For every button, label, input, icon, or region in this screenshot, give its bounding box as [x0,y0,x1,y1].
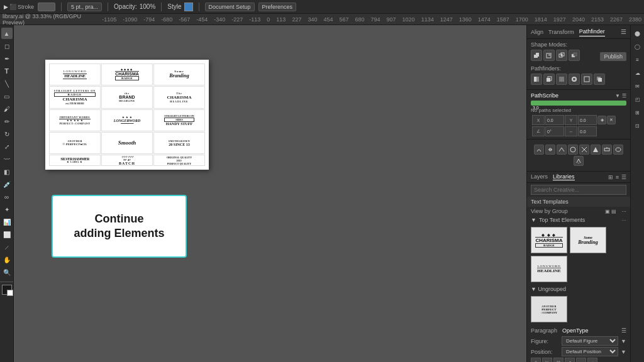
ot-btn-contextual[interactable]: ꩜ [587,358,597,362]
blend-tool[interactable]: ∞ [1,191,13,202]
tab-align[interactable]: Align [531,28,543,36]
stroke-box[interactable] [38,3,55,11]
gradient-tool[interactable]: ◧ [1,166,13,177]
lib-view-option-1[interactable]: ▣ [605,209,610,214]
unite-btn[interactable] [531,50,542,61]
crop-btn[interactable] [569,74,580,85]
ps-btn-2[interactable]: ✕ [607,116,616,124]
far-right-icon-1[interactable]: ⬤ [632,28,643,39]
direct-select-tool[interactable]: ◻ [1,40,13,52]
pathscribe-minimize[interactable]: ▼ [615,93,620,99]
ps-tool-3[interactable] [557,145,567,155]
far-right-icon-6[interactable]: ◰ [632,94,643,105]
slice-tool[interactable]: ⟋ [1,241,13,253]
lib-item-some-branding[interactable]: Some Branding [570,227,606,253]
ps-val-len[interactable]: 0.0 [578,126,597,136]
tab-layers[interactable]: Layers [531,173,548,180]
ps-tool-2[interactable] [545,145,555,155]
lib-view-more[interactable]: ··· [621,208,626,214]
lib-grid-view-btn[interactable]: ⊞ [608,174,613,180]
fill-box[interactable] [2,285,12,295]
artboard-tool[interactable]: ⬜ [1,229,13,240]
opentype-menu-btn[interactable]: ☰ [621,327,626,334]
tab-transform[interactable]: Transform [548,28,574,36]
ot-btn-ord[interactable]: ᵃᵃ [553,358,564,362]
position-dropdown-arrow[interactable]: ▼ [621,349,626,355]
ps-input-x[interactable]: X [532,115,545,125]
ps-tool-9[interactable] [574,156,584,166]
opacity-value[interactable]: 100% [140,3,156,10]
canvas-area[interactable]: LONGWORD HEADLINE ◆◆◆◆ CHARISMA BADGE So… [14,25,526,362]
ps-input-angle[interactable]: ∠ [532,126,545,136]
merge-btn[interactable] [556,74,567,85]
lib-ungrouped-collapse-btn[interactable]: ▼ [531,286,536,292]
ot-btn-frac[interactable]: ½ [542,358,552,362]
app-menu[interactable]: ▶ ⬛ Stroke [4,3,55,11]
lib-item-longword[interactable]: LONGWORD HEADLINE [531,256,567,282]
lib-view-option-2[interactable]: ▤ [611,209,616,214]
intersect-btn[interactable] [556,50,567,61]
figure-select[interactable]: Default Figure [562,336,618,346]
position-select[interactable]: Default Position [562,347,618,356]
zoom-tool[interactable]: 🔍 [1,266,13,278]
publish-btn[interactable]: Publish [600,52,626,61]
line-tool[interactable]: ╲ [1,78,13,89]
ps-tool-7[interactable] [602,145,612,155]
panel-menu-btn[interactable]: ☰ [621,28,626,35]
lib-list-view-btn[interactable]: ≡ [616,174,619,180]
tab-paragraph[interactable]: Paragraph [531,327,557,334]
paintbrush-tool[interactable]: 🖌 [1,103,13,114]
pt-value[interactable]: 5 pt., pra... [67,3,102,11]
ps-tool-8[interactable] [613,145,623,155]
ps-tool-1[interactable] [534,145,544,155]
symbol-tool[interactable]: ✦ [1,204,13,215]
minus-back-btn[interactable] [594,74,605,85]
style-color-box[interactable] [184,3,193,11]
ps-tool-6[interactable] [591,145,601,155]
libraries-search-input[interactable] [531,185,626,195]
graph-tool[interactable]: 📊 [1,216,13,228]
ps-val-x[interactable]: 0.0 [545,115,564,125]
ps-val-y[interactable]: 0.0 [578,115,597,125]
eyedropper-tool[interactable]: 💉 [1,178,13,190]
scale-tool[interactable]: ⤢ [1,141,13,152]
far-right-icon-3[interactable]: ≡ [632,54,643,65]
pathscribe-menu[interactable]: ☰ [622,93,626,99]
ps-tool-5[interactable] [579,145,589,155]
divide-btn[interactable] [531,74,542,85]
tab-opentype[interactable]: OpenType [562,327,589,334]
warp-tool[interactable]: 〰 [1,153,13,165]
far-right-icon-5[interactable]: ✉ [632,80,643,92]
minus-front-btn[interactable] [543,50,555,61]
type-tool[interactable]: T [1,65,13,77]
far-right-icon-2[interactable]: ◯ [632,41,643,52]
rotate-tool[interactable]: ↻ [1,128,13,140]
ps-input-len[interactable]: ↔ [565,126,577,136]
lib-item-charisma-badge[interactable]: ◆ ◆ ◆ CHARISMA BADGE [531,227,567,253]
ot-btn-fi[interactable]: fi [531,358,541,362]
far-right-icon-7[interactable]: ⊞ [632,107,643,118]
preferences-btn[interactable]: Preferences [258,3,297,11]
selection-tool[interactable]: ▲ [1,28,13,39]
lib-group-collapse-btn[interactable]: ▼ [531,217,536,223]
hand-tool[interactable]: ✋ [1,254,13,265]
trim-btn[interactable] [543,74,555,85]
ot-btn-swash[interactable]: A [565,358,575,362]
ot-btn-titling[interactable]: ₐ [576,358,586,362]
pencil-tool[interactable]: ✏ [1,116,13,127]
lib-group-more-btn[interactable]: ··· [621,217,626,223]
shape-tool[interactable]: ▭ [1,90,13,102]
ps-input-y[interactable]: Y [565,115,577,125]
outline-btn[interactable] [581,74,592,85]
pen-tool[interactable]: ✒ [1,53,13,64]
ps-btn-1[interactable]: ◈ [597,116,606,124]
pt-selector[interactable]: 5 pt., pra... [67,3,102,11]
far-right-icon-4[interactable]: ☁ [632,67,643,79]
ps-val-angle[interactable]: 0° [545,126,564,136]
tab-libraries[interactable]: Libraries [553,173,575,180]
document-setup-btn[interactable]: Document Setup [205,3,255,11]
figure-dropdown-arrow[interactable]: ▼ [621,338,626,344]
tab-pathfinder[interactable]: Pathfinder [579,27,605,36]
ps-tool-4[interactable] [568,145,578,155]
exclude-btn[interactable] [569,50,580,61]
